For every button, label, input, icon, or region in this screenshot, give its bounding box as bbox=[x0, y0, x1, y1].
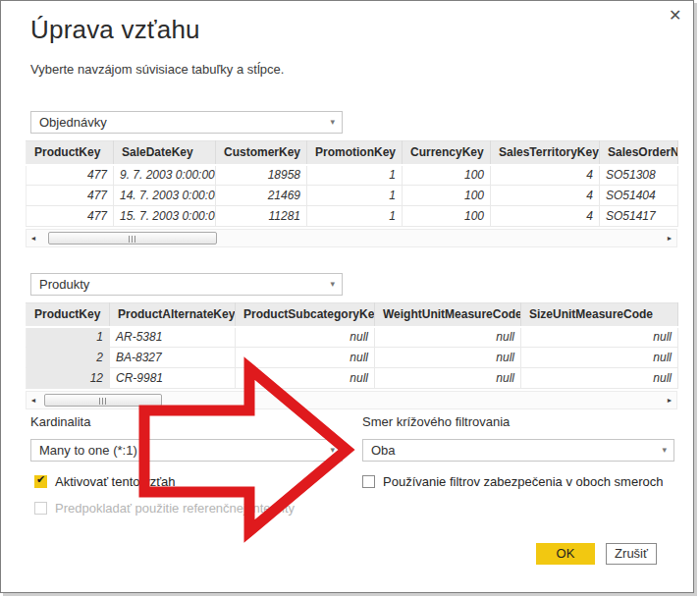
table-row: 477 9. 7. 2003 0:00:00 18958 1 100 4 SO5… bbox=[27, 165, 678, 186]
header-cell[interactable]: ProductAlternateKey bbox=[110, 303, 236, 327]
checkbox-disabled-icon bbox=[34, 502, 47, 515]
cancel-button[interactable]: Zrušiť bbox=[606, 543, 657, 565]
header-cell[interactable]: SaleDateKey bbox=[114, 141, 216, 165]
referential-integrity-checkbox: Predpokladať použitie referenčnej integr… bbox=[34, 501, 295, 516]
orders-table-selector-value: Objednávky bbox=[39, 115, 107, 130]
cell[interactable]: null bbox=[521, 368, 678, 389]
cell[interactable]: 1 bbox=[307, 186, 403, 206]
security-filter-checkbox[interactable]: Používanie filtrov zabezpečenia v oboch … bbox=[362, 474, 663, 489]
header-cell[interactable]: ProductKey bbox=[27, 141, 114, 165]
orders-table-selector[interactable]: Objednávky ▾ bbox=[30, 111, 343, 134]
chevron-down-icon: ▾ bbox=[330, 112, 335, 133]
header-cell[interactable]: SizeUnitMeasureCode bbox=[521, 303, 678, 327]
cardinality-label: Kardinalita bbox=[30, 414, 90, 429]
orders-header-row: ProductKey SaleDateKey CustomerKey Promo… bbox=[27, 141, 678, 165]
cell[interactable]: BA-8327 bbox=[110, 348, 236, 368]
checkbox-checked-icon[interactable]: ✔ bbox=[34, 475, 47, 488]
cell[interactable]: 9. 7. 2003 0:00:00 bbox=[114, 165, 216, 186]
scroll-left-icon[interactable]: ◄ bbox=[27, 392, 39, 408]
cell[interactable]: 14. 7. 2003 0:00:00 bbox=[114, 186, 216, 206]
scrollbar-thumb[interactable] bbox=[44, 394, 162, 407]
scrollbar-grip bbox=[99, 398, 107, 405]
cell[interactable]: null bbox=[236, 327, 375, 348]
table-row: 477 14. 7. 2003 0:00:00 21469 1 100 4 SO… bbox=[27, 186, 678, 206]
cell[interactable]: SO51417 bbox=[600, 206, 678, 227]
cell[interactable]: null bbox=[375, 327, 521, 348]
cross-filter-label: Smer krížového filtrovania bbox=[362, 414, 510, 429]
header-cell[interactable]: CustomerKey bbox=[216, 141, 307, 165]
cell[interactable]: 18958 bbox=[216, 165, 307, 186]
header-cell[interactable]: WeightUnitMeasureCode bbox=[375, 303, 521, 327]
edit-relationship-dialog: ✕ Úprava vzťahu Vyberte navzájom súvisia… bbox=[0, 0, 694, 593]
cell[interactable]: 1 bbox=[307, 165, 403, 186]
cell[interactable]: 4 bbox=[491, 206, 600, 227]
make-relationship-active-checkbox[interactable]: ✔ Aktivovať tento vzťah bbox=[34, 474, 175, 489]
cell[interactable]: 477 bbox=[27, 186, 114, 206]
header-cell[interactable]: ProductKey bbox=[27, 303, 110, 327]
cell[interactable]: null bbox=[236, 348, 375, 368]
cell[interactable]: 1 bbox=[27, 327, 110, 348]
cell[interactable]: null bbox=[521, 327, 678, 348]
cell[interactable]: SO51308 bbox=[600, 165, 678, 186]
check-icon: ✔ bbox=[36, 473, 45, 486]
cell[interactable]: 11281 bbox=[216, 206, 307, 227]
cell[interactable]: null bbox=[375, 368, 521, 389]
cell[interactable]: 12 bbox=[27, 368, 110, 389]
cell[interactable]: AR-5381 bbox=[110, 327, 236, 348]
scroll-right-icon[interactable]: ► bbox=[664, 392, 675, 408]
header-cell[interactable]: PromotionKey bbox=[307, 141, 403, 165]
scrollbar-grip bbox=[129, 236, 136, 243]
table-row: 1 AR-5381 null null null bbox=[27, 327, 678, 348]
cell[interactable]: CR-9981 bbox=[110, 368, 236, 389]
cell[interactable]: SO51404 bbox=[600, 186, 678, 206]
cross-filter-dropdown[interactable]: Oba ▾ bbox=[362, 439, 674, 462]
products-table: ProductKey ProductAlternateKey ProductSu… bbox=[26, 302, 678, 389]
security-filter-label: Používanie filtrov zabezpečenia v oboch … bbox=[383, 474, 663, 489]
cell[interactable]: 2 bbox=[27, 348, 110, 368]
close-icon[interactable]: ✕ bbox=[669, 7, 681, 25]
cell[interactable]: null bbox=[236, 368, 375, 389]
chevron-down-icon: ▾ bbox=[662, 440, 667, 461]
cell[interactable]: null bbox=[375, 348, 521, 368]
ok-button[interactable]: OK bbox=[536, 543, 595, 565]
chevron-down-icon: ▾ bbox=[330, 274, 335, 295]
cell[interactable]: 4 bbox=[491, 165, 600, 186]
make-relationship-active-label: Aktivovať tento vzťah bbox=[55, 474, 175, 489]
cell[interactable]: 477 bbox=[27, 165, 114, 186]
cell[interactable]: 4 bbox=[491, 186, 600, 206]
orders-table: ProductKey SaleDateKey CustomerKey Promo… bbox=[26, 140, 678, 227]
header-cell[interactable]: SalesOrderN bbox=[600, 141, 678, 165]
checkbox-unchecked-icon[interactable] bbox=[362, 475, 375, 488]
cell[interactable]: 100 bbox=[403, 206, 491, 227]
cell[interactable]: 21469 bbox=[216, 186, 307, 206]
header-cell[interactable]: ProductSubcategoryKey bbox=[236, 303, 375, 327]
cell[interactable]: 100 bbox=[403, 186, 491, 206]
products-header-row: ProductKey ProductAlternateKey ProductSu… bbox=[27, 303, 678, 327]
cardinality-value: Many to one (*:1) bbox=[39, 443, 137, 458]
products-table-selector[interactable]: Produkty ▾ bbox=[30, 273, 343, 296]
cell[interactable]: 1 bbox=[307, 206, 403, 227]
table-row: 2 BA-8327 null null null bbox=[27, 348, 678, 368]
orders-hscrollbar[interactable]: ◄ ► bbox=[26, 229, 677, 247]
scroll-left-icon[interactable]: ◄ bbox=[27, 230, 39, 246]
cell[interactable]: 100 bbox=[403, 165, 491, 186]
dialog-subtitle: Vyberte navzájom súvisiace tabuľky a stĺ… bbox=[30, 62, 284, 77]
cell[interactable]: 477 bbox=[27, 206, 114, 227]
cross-filter-value: Oba bbox=[371, 443, 396, 458]
table-row: 477 15. 7. 2003 0:00:00 11281 1 100 4 SO… bbox=[27, 206, 678, 227]
scrollbar-thumb[interactable] bbox=[48, 232, 217, 245]
table-row: 12 CR-9981 null null null bbox=[27, 368, 678, 389]
scroll-right-icon[interactable]: ► bbox=[664, 230, 675, 246]
referential-integrity-label: Predpokladať použitie referenčnej integr… bbox=[55, 501, 295, 516]
products-table-selector-value: Produkty bbox=[39, 277, 89, 292]
products-hscrollbar[interactable]: ◄ ► bbox=[26, 391, 677, 409]
cardinality-dropdown[interactable]: Many to one (*:1) ▾ bbox=[30, 439, 343, 462]
header-cell[interactable]: CurrencyKey bbox=[403, 141, 491, 165]
cell[interactable]: 15. 7. 2003 0:00:00 bbox=[114, 206, 216, 227]
dialog-title: Úprava vzťahu bbox=[30, 15, 200, 45]
chevron-down-icon: ▾ bbox=[330, 440, 335, 461]
cell[interactable]: null bbox=[521, 348, 678, 368]
header-cell[interactable]: SalesTerritoryKey bbox=[491, 141, 600, 165]
